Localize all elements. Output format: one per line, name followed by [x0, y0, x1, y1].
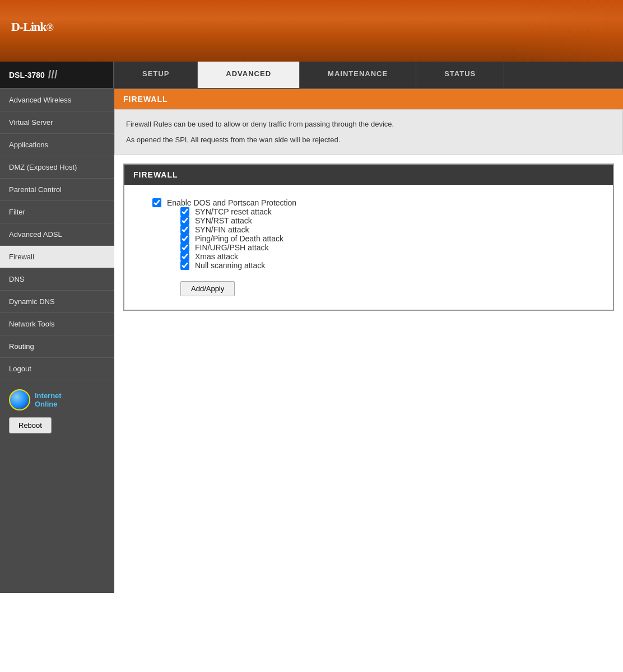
tab-status[interactable]: STATUS	[416, 62, 504, 88]
sidebar-item-advanced-wireless[interactable]: Advanced Wireless	[0, 89, 114, 111]
main-checkbox-item: Enable DOS and Portscan Protection	[152, 198, 602, 207]
sidebar-item-applications[interactable]: Applications	[0, 134, 114, 156]
syn-fin-label: SYN/FIN attack	[195, 225, 249, 234]
sidebar-item-filter[interactable]: Filter	[0, 201, 114, 223]
fin-urg-psh-label: FIN/URG/PSH attack	[195, 243, 268, 252]
tab-advanced[interactable]: ADVANCED	[198, 62, 300, 88]
sidebar-item-dns[interactable]: DNS	[0, 268, 114, 291]
info-section-header: FIREWALL	[114, 89, 623, 109]
fin-urg-psh-item: FIN/URG/PSH attack	[180, 243, 602, 252]
brand-logo: D-Link®	[11, 16, 53, 46]
null-scan-label: Null scanning attack	[195, 261, 265, 270]
syn-tcp-item: SYN/TCP reset attack	[180, 207, 602, 216]
null-scan-checkbox[interactable]	[180, 261, 189, 270]
globe-icon	[9, 389, 30, 410]
syn-fin-checkbox[interactable]	[180, 225, 189, 234]
sidebar-item-network-tools[interactable]: Network Tools	[0, 313, 114, 335]
sidebar-item-firewall[interactable]: Firewall	[0, 246, 114, 268]
xmas-item: Xmas attack	[180, 252, 602, 261]
ping-death-label: Ping/Ping of Death attack	[195, 234, 283, 243]
enable-dos-label: Enable DOS and Portscan Protection	[167, 198, 296, 207]
syn-tcp-label: SYN/TCP reset attack	[195, 207, 272, 216]
xmas-checkbox[interactable]	[180, 252, 189, 261]
reboot-button[interactable]: Reboot	[9, 417, 52, 433]
sidebar-item-dmz[interactable]: DMZ (Exposed Host)	[0, 156, 114, 179]
content-area: FIREWALL Firewall Rules can be used to a…	[114, 89, 623, 593]
header: D-Link®	[0, 0, 623, 62]
sidebar-item-parental-control[interactable]: Parental Control	[0, 179, 114, 201]
config-header: FIREWALL	[124, 165, 613, 185]
fin-urg-psh-checkbox[interactable]	[180, 243, 189, 252]
apply-btn-row: Add/Apply	[180, 281, 602, 296]
null-scan-item: Null scanning attack	[180, 261, 602, 270]
info-text-1: Firewall Rules can be used to allow or d…	[126, 119, 611, 130]
internet-label: Internet	[35, 391, 62, 400]
sidebar-item-routing[interactable]: Routing	[0, 335, 114, 358]
sidebar: Advanced Wireless Virtual Server Applica…	[0, 89, 114, 593]
syn-rst-checkbox[interactable]	[180, 216, 189, 225]
ping-death-item: Ping/Ping of Death attack	[180, 234, 602, 243]
internet-status-text: Internet Online	[35, 391, 62, 408]
config-body: Enable DOS and Portscan Protection SYN/T…	[124, 185, 613, 310]
sidebar-item-dynamic-dns[interactable]: Dynamic DNS	[0, 291, 114, 313]
sidebar-item-virtual-server[interactable]: Virtual Server	[0, 111, 114, 134]
syn-rst-item: SYN/RST attack	[180, 216, 602, 225]
xmas-label: Xmas attack	[195, 252, 238, 261]
internet-sublabel: Online	[35, 400, 62, 408]
sidebar-item-logout[interactable]: Logout	[0, 358, 114, 380]
info-section: Firewall Rules can be used to allow or d…	[114, 109, 623, 155]
tab-maintenance[interactable]: MAINTENANCE	[300, 62, 416, 88]
internet-status: Internet Online	[9, 389, 105, 410]
sidebar-footer: Internet Online Reboot	[0, 380, 114, 442]
syn-fin-item: SYN/FIN attack	[180, 225, 602, 234]
enable-dos-checkbox[interactable]	[152, 198, 161, 207]
info-text-2: As opened the SPI, All requests from the…	[126, 134, 611, 146]
syn-tcp-checkbox[interactable]	[180, 207, 189, 216]
model-slashes: ///	[48, 68, 58, 81]
ping-death-checkbox[interactable]	[180, 234, 189, 243]
sidebar-item-advanced-adsl[interactable]: Advanced ADSL	[0, 223, 114, 246]
syn-rst-label: SYN/RST attack	[195, 216, 252, 225]
tab-setup[interactable]: SETUP	[114, 62, 198, 88]
add-apply-button[interactable]: Add/Apply	[180, 281, 235, 296]
model-label: DSL-3780 ///	[0, 62, 114, 88]
config-section: FIREWALL Enable DOS and Portscan Protect…	[123, 164, 614, 311]
main-layout: Advanced Wireless Virtual Server Applica…	[0, 89, 623, 593]
nav-tabs: DSL-3780 /// SETUP ADVANCED MAINTENANCE …	[0, 62, 623, 89]
